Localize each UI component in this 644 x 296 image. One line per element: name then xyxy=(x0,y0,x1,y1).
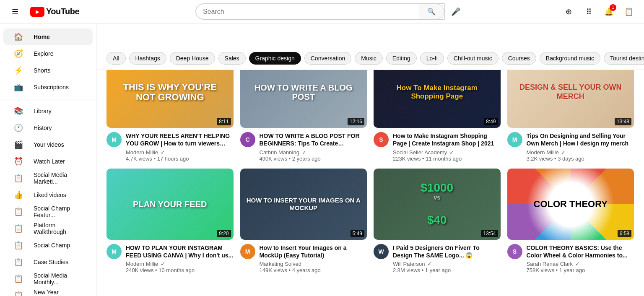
chip-conversation[interactable]: Conversation xyxy=(304,52,352,65)
video-meta-8: COLOR THEORY BASICS: Use the Color Wheel… xyxy=(527,244,634,273)
account-button[interactable]: 📋 xyxy=(621,3,637,20)
liked-icon: 👍 xyxy=(13,190,23,200)
video-stats-2: 490K views • 2 years ago xyxy=(260,156,367,162)
mic-button[interactable]: 🎤 xyxy=(448,3,464,20)
avatar-2: C xyxy=(240,132,255,147)
chip-lofi[interactable]: Lo-fi xyxy=(420,52,444,65)
sidebar-item-your-videos[interactable]: 🎬 Your videos xyxy=(3,136,93,153)
video-stats-1: 4.7K views • 17 hours ago xyxy=(126,156,234,162)
chip-background-music[interactable]: Background music xyxy=(540,52,600,65)
sidebar-item-history[interactable]: 🕐 History xyxy=(3,119,93,136)
sidebar-item-explore[interactable]: 🧭 Explore xyxy=(3,45,93,62)
verified-1: ✓ xyxy=(161,149,165,156)
search-button[interactable]: 🔍 xyxy=(419,4,444,19)
video-stats-5: 240K views • 10 months ago xyxy=(126,267,234,273)
logo[interactable]: YouTube xyxy=(30,7,79,17)
notification-button[interactable]: 🔔 1 xyxy=(600,3,617,20)
avatar-5: M xyxy=(106,244,122,259)
your-videos-icon: 🎬 xyxy=(13,140,23,149)
sidebar-label-your-videos: Your videos xyxy=(34,141,64,148)
duration-5: 9:20 xyxy=(217,230,231,237)
apps-button[interactable]: ⠿ xyxy=(580,3,597,20)
duration-4: 13:48 xyxy=(615,118,631,125)
sidebar-main-items: 🏠 Home 🧭 Explore ⚡ Shorts 📺 Subscription… xyxy=(0,29,96,96)
video-card-3[interactable]: How To Make Instagram Shopping Page 8:49… xyxy=(374,57,501,162)
header-left: ☰ YouTube xyxy=(7,3,99,20)
sidebar-item-social-media-monthly[interactable]: 📋 Social Media Monthly... xyxy=(3,270,93,287)
sidebar-item-social-media-marketing[interactable]: 📋 Social Media Marketi... xyxy=(3,170,93,187)
chip-editing[interactable]: Editing xyxy=(386,52,417,65)
search-form: 🔍 xyxy=(195,3,445,20)
verified-8: ✓ xyxy=(575,261,580,267)
sidebar-item-new-year-resolution[interactable]: 📋 New Year Resolution ... xyxy=(3,287,93,296)
chip-music[interactable]: Music xyxy=(355,52,383,65)
history-icon: 🕐 xyxy=(13,123,23,132)
chip-tourist-destination[interactable]: Tourist destination xyxy=(604,52,644,65)
sidebar-label-watch-later: Watch Later xyxy=(34,158,65,165)
chip-deep-house[interactable]: Deep House xyxy=(170,52,215,65)
chip-sales[interactable]: Sales xyxy=(218,52,246,65)
video-card-6[interactable]: HOW TO INSERT YOUR IMAGES ON A MOCKUP 5:… xyxy=(240,169,367,274)
thumbnail-5: PLAN YOUR FEED 9:20 xyxy=(106,169,234,240)
create-button[interactable]: ⊕ xyxy=(560,3,577,20)
logo-text: YouTube xyxy=(46,7,79,16)
video-card-7[interactable]: $1000vs$40 13:54 W I Paid 5 Designers On… xyxy=(374,169,501,274)
sidebar-label-platform-walkthrough: Platform Walkthrough xyxy=(34,222,83,235)
playlist-icon-6: 📋 xyxy=(13,274,23,283)
video-card-4[interactable]: DESIGN & SELL YOUR OWN MERCH 13:48 M Tip… xyxy=(507,57,634,162)
video-info-3: S How to Make Instagram Shopping Page | … xyxy=(374,132,501,161)
sidebar-item-home[interactable]: 🏠 Home xyxy=(3,29,93,45)
video-stats-6: 149K views • 4 years ago xyxy=(260,267,367,273)
video-card-1[interactable]: THIS IS WHY YOU'RE NOT GROWING 8:11 M WH… xyxy=(106,57,234,162)
video-stats-3: 223K views • 11 months ago xyxy=(393,156,501,162)
sidebar-item-platform-walkthrough[interactable]: 📋 Platform Walkthrough xyxy=(3,220,93,237)
sidebar-item-subscriptions[interactable]: 📺 Subscriptions xyxy=(3,79,93,96)
video-info-2: C HOW TO WRITE A BLOG POST FOR BEGINNERS… xyxy=(240,132,367,161)
chip-all[interactable]: All xyxy=(106,52,126,65)
sidebar-item-social-champ[interactable]: 📋 Social Champ xyxy=(3,237,93,254)
chip-courses[interactable]: Courses xyxy=(502,52,536,65)
video-title-3: How to Make Instagram Shopping Page | Cr… xyxy=(393,132,501,147)
video-meta-6: How to Insert Your Images on a MockUp (E… xyxy=(260,244,367,273)
avatar-4: M xyxy=(507,132,522,147)
avatar-7: W xyxy=(374,244,389,259)
sidebar-label-history: History xyxy=(34,125,52,131)
chip-chillout-music[interactable]: Chill-out music xyxy=(447,52,499,65)
sidebar-item-watch-later[interactable]: ⏰ Watch Later xyxy=(3,153,93,170)
main-content: All Hashtags Deep House Sales Graphic de… xyxy=(96,23,644,296)
verified-4: ✓ xyxy=(561,149,566,156)
sidebar-item-library[interactable]: 📚 Library xyxy=(3,103,93,119)
video-card-8[interactable]: COLOR THEORY 6:58 S COLOR THEORY BASICS:… xyxy=(507,169,634,274)
video-info-7: W I Paid 5 Designers On Fiverr To Design… xyxy=(374,244,501,273)
verified-2: ✓ xyxy=(302,149,306,156)
shorts-icon: ⚡ xyxy=(13,66,23,75)
video-title-6: How to Insert Your Images on a MockUp (E… xyxy=(260,244,367,259)
video-info-4: M Tips On Designing and Selling Your Own… xyxy=(507,132,634,161)
search-icon: 🔍 xyxy=(427,8,436,15)
sidebar-label-shorts: Shorts xyxy=(34,67,50,74)
video-title-2: HOW TO WRITE A BLOG POST FOR BEGINNERS: … xyxy=(260,132,367,147)
sidebar-label-liked-videos: Liked videos xyxy=(34,192,66,198)
video-meta-3: How to Make Instagram Shopping Page | Cr… xyxy=(393,132,501,161)
sidebar-item-social-champ-featur[interactable]: 📋 Social Champ Featur... xyxy=(3,203,93,220)
chip-graphic-design[interactable]: Graphic design xyxy=(249,52,301,65)
video-card-2[interactable]: HOW TO WRITE A BLOG POST 12:16 C HOW TO … xyxy=(240,57,367,162)
sidebar-item-shorts[interactable]: ⚡ Shorts xyxy=(3,62,93,79)
sidebar-label-home: Home xyxy=(34,34,50,40)
sidebar-item-case-studies[interactable]: 📋 Case Studies xyxy=(3,254,93,270)
duration-1: 8:11 xyxy=(217,118,231,125)
video-card-5[interactable]: PLAN YOUR FEED 9:20 M HOW TO PLAN YOUR I… xyxy=(106,169,234,274)
thumb-text-5: PLAN YOUR FEED xyxy=(106,169,234,240)
thumb-text-8: COLOR THEORY xyxy=(507,169,634,240)
sidebar-label-subscriptions: Subscriptions xyxy=(34,84,69,91)
hamburger-button[interactable]: ☰ xyxy=(7,3,23,20)
sidebar-item-liked-videos[interactable]: 👍 Liked videos xyxy=(3,187,93,203)
youtube-logo-icon xyxy=(30,7,44,17)
video-title-8: COLOR THEORY BASICS: Use the Color Wheel… xyxy=(527,244,634,259)
sidebar-label-social-media-marketing: Social Media Marketi... xyxy=(34,171,83,185)
search-input[interactable] xyxy=(196,4,419,19)
create-icon: ⊕ xyxy=(566,7,572,16)
sidebar-label-social-media-monthly: Social Media Monthly... xyxy=(34,272,83,286)
video-meta-4: Tips On Designing and Selling Your Own M… xyxy=(527,132,634,161)
chip-hashtags[interactable]: Hashtags xyxy=(129,52,166,65)
